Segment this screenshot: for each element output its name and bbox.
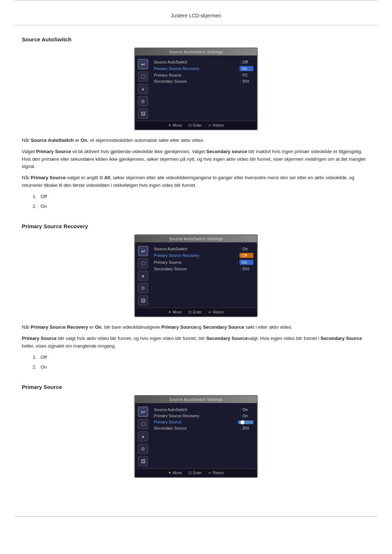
osd-footer-move-3: ✦ Move (168, 471, 181, 475)
osd-value-1-4: DVI (242, 79, 253, 83)
enter-label-2: Enter (193, 310, 202, 314)
list-item-1-2: 2. On (33, 203, 370, 210)
return-icon-1: ↩ (208, 123, 212, 128)
section-title-source-autoswitch: Source AutoSwitch (22, 36, 370, 42)
section-primary-source-recovery: Primary Source Recovery Source AutoSwitc… (22, 223, 370, 371)
osd-box-3: Source AutoSwitch Settings ↩ 🖵 ● ⚙ 🖼 Sou… (134, 395, 258, 478)
enter-icon-2: ⊡ (188, 310, 192, 315)
osd-label-1-1: Source AutoSwitch (154, 60, 238, 64)
section-source-autoswitch: Source AutoSwitch Source AutoSwitch Sett… (22, 36, 370, 210)
osd-icon-circle-3: ● (138, 431, 148, 442)
para-2-1: Når Primary Source Recovery er On, blir … (22, 324, 370, 331)
move-icon-1: ✦ (168, 123, 171, 128)
osd-box-1: Source AutoSwitch Settings ↩ 🖵 ● ⚙ 🖼 Sou… (134, 48, 258, 130)
osd-icon-back-2: ↩ (138, 246, 148, 256)
osd-icon-back: ↩ (138, 59, 148, 69)
osd-icon-display-2: 🖵 (138, 258, 148, 268)
enter-label-1: Enter (193, 123, 202, 127)
osd-footer-1: ✦ Move ⊡ Enter ↩ Return (135, 121, 257, 130)
osd-label-3-3: Primary Source (154, 420, 234, 424)
para-1-1: Når Source AutoSwitch er On, vil skjermv… (22, 137, 370, 144)
osd-menu-1: Source AutoSwitch : Off Primary Source R… (152, 58, 256, 119)
osd-icons-2: ↩ 🖵 ● ⚙ 🖼 (136, 245, 150, 306)
osd-icon-circle: ● (138, 84, 148, 94)
osd-icon-image: 🖼 (138, 108, 148, 119)
osd-icon-display: 🖵 (138, 71, 148, 82)
osd-icon-gear: ⚙ (138, 96, 148, 106)
osd-icon-gear-2: ⚙ (138, 283, 148, 293)
osd-footer-move-2: ✦ Move (168, 310, 181, 315)
osd-box-2: Source AutoSwitch Settings ↩ 🖵 ● ⚙ 🖼 Sou… (134, 234, 258, 317)
osd-body-2: ↩ 🖵 ● ⚙ 🖼 Source AutoSwitch : On (135, 242, 257, 308)
section-title-primary-source: Primary Source (22, 384, 370, 390)
move-icon-3: ✦ (168, 471, 171, 475)
osd-row-1-1: Source AutoSwitch : Off (154, 60, 253, 64)
osd-row-1-2: Primary Source Recovery : On (154, 66, 253, 71)
osd-label-3-4: Secondary Source (154, 426, 238, 430)
osd-menu-3: Source AutoSwitch : On Primary Source Re… (152, 406, 256, 467)
osd-value-1-3: PC (242, 73, 253, 77)
osd-icons-1: ↩ 🖵 ● ⚙ 🖼 (136, 58, 150, 119)
osd-row-1-4: Secondary Source : DVI (154, 79, 253, 83)
osd-value-3-3 (238, 420, 253, 424)
return-icon-2: ↩ (208, 310, 212, 315)
osd-row-2-1: Source AutoSwitch : On (154, 247, 253, 251)
osd-title-bar-1: Source AutoSwitch Settings (135, 48, 257, 56)
osd-row-2-2: Primary Source Recovery : Off (154, 253, 253, 258)
osd-label-2-1: Source AutoSwitch (154, 247, 238, 251)
osd-row-2-3: Primary Source : On (154, 260, 253, 265)
para-1-2: Valget Primary Source vil bli aktivert h… (22, 148, 370, 171)
page-title: Justere LCD-skjermen (0, 7, 392, 19)
osd-label-1-2: Primary Source Recovery (154, 66, 236, 71)
osd-value-1-1: Off (242, 60, 253, 64)
osd-footer-3: ✦ Move ⊡ Enter ↩ Return (135, 468, 257, 477)
screenshot-3: Source AutoSwitch Settings ↩ 🖵 ● ⚙ 🖼 Sou… (22, 395, 370, 478)
bottom-rule (15, 516, 377, 517)
osd-body-3: ↩ 🖵 ● ⚙ 🖼 Source AutoSwitch : On (135, 403, 257, 468)
osd-value-2-2: Off (240, 253, 253, 258)
osd-value-2-4: DVI (242, 267, 253, 271)
osd-value-2-1: On (242, 247, 253, 251)
osd-icons-3: ↩ 🖵 ● ⚙ 🖼 (136, 406, 150, 467)
osd-title-bar-3: Source AutoSwitch Settings (135, 396, 257, 403)
section-title-primary-source-recovery: Primary Source Recovery (22, 223, 370, 229)
para-2-2: Primary Source blir valgt hvis aktiv vid… (22, 335, 370, 350)
osd-menu-2: Source AutoSwitch : On Primary Source Re… (152, 245, 256, 306)
section-primary-source: Primary Source Source AutoSwitch Setting… (22, 384, 370, 478)
enter-label-3: Enter (193, 471, 202, 475)
top-rule (15, 0, 377, 7)
osd-value-3-1: On (242, 407, 253, 412)
return-label-2: Return (213, 310, 224, 314)
osd-row-1-3: Primary Source : PC (154, 73, 253, 77)
move-label-1: Move (173, 123, 181, 127)
osd-footer-enter-3: ⊡ Enter (188, 471, 202, 475)
osd-row-3-3: Primary Source : (154, 420, 253, 424)
osd-value-2-3: On (240, 260, 253, 265)
osd-row-3-1: Source AutoSwitch : On (154, 407, 253, 412)
osd-row-2-4: Secondary Source : DVI (154, 267, 253, 271)
enter-icon-3: ⊡ (188, 471, 192, 475)
osd-label-2-2: Primary Source Recovery (154, 253, 236, 258)
list-item-1-1: 1. Off (33, 193, 370, 201)
osd-label-1-3: Primary Source (154, 73, 238, 77)
osd-row-3-4: Secondary Source : DVI (154, 426, 253, 430)
osd-label-1-4: Secondary Source (154, 79, 238, 83)
osd-label-2-3: Primary Source (154, 260, 236, 264)
osd-value-3-2: On (242, 414, 253, 418)
list-item-2-2: 2. On (33, 364, 370, 371)
enter-icon-1: ⊡ (188, 123, 192, 128)
return-label-1: Return (213, 123, 224, 127)
list-item-2-1: 1. Off (33, 354, 370, 361)
osd-label-3-1: Source AutoSwitch (154, 407, 238, 412)
osd-value-3-4: DVI (242, 426, 253, 430)
para-1-3: Når Primary Source-valget er angitt til … (22, 174, 370, 189)
osd-icon-display-3: 🖵 (138, 419, 148, 429)
screenshot-2: Source AutoSwitch Settings ↩ 🖵 ● ⚙ 🖼 Sou… (22, 234, 370, 317)
osd-icon-back-3: ↩ (138, 407, 148, 417)
osd-footer-2: ✦ Move ⊡ Enter ↩ Return (135, 308, 257, 316)
osd-icon-circle-2: ● (138, 271, 148, 281)
osd-footer-enter-1: ⊡ Enter (188, 123, 202, 128)
osd-icon-image-3: 🖼 (138, 456, 148, 466)
move-label-3: Move (173, 471, 181, 475)
osd-label-3-2: Primary Source Recovery (154, 414, 238, 418)
